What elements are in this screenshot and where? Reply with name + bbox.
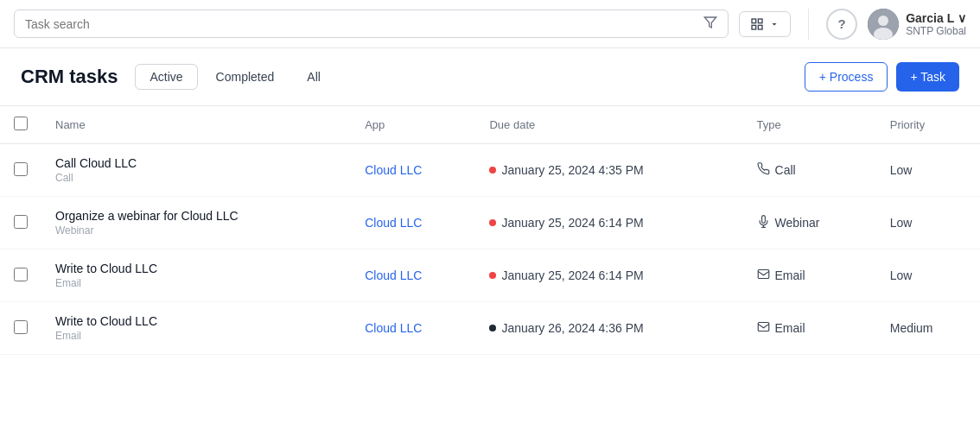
due-date: January 25, 2024 6:14 PM (489, 268, 729, 282)
table-header-row: Name App Due date Type Priority (0, 106, 980, 144)
due-date-text: January 25, 2024 4:35 PM (501, 163, 643, 177)
svg-rect-4 (759, 25, 763, 29)
type-cell: Call (757, 162, 862, 178)
row-checkbox-2[interactable] (14, 268, 28, 281)
user-name: Garcia L ∨ (906, 11, 966, 25)
col-app: App (351, 106, 475, 144)
due-date-text: January 25, 2024 6:14 PM (501, 216, 643, 230)
task-due-date-cell: January 26, 2024 4:36 PM (475, 302, 742, 355)
tasks-table: Name App Due date Type Priority Call Clo… (0, 106, 980, 355)
user-menu[interactable]: Garcia L ∨ SNTP Global (868, 9, 966, 40)
search-input[interactable] (25, 17, 697, 31)
mic-icon (757, 215, 770, 230)
due-date-text: January 26, 2024 4:36 PM (501, 321, 643, 335)
email-icon (757, 320, 770, 336)
page-header: CRM tasks Active Completed All + Process… (0, 48, 980, 106)
task-subtype: Email (55, 330, 337, 342)
row-checkbox-0[interactable] (14, 162, 28, 176)
app-link[interactable]: Cloud LLC (365, 216, 422, 230)
task-subtype: Email (55, 277, 337, 289)
task-due-date-cell: January 25, 2024 6:14 PM (475, 197, 742, 249)
svg-marker-0 (705, 17, 716, 28)
col-priority: Priority (876, 106, 980, 144)
page-title: CRM tasks (21, 66, 118, 88)
due-dot (489, 219, 496, 226)
tab-group: Active Completed All (135, 64, 334, 90)
action-buttons: + Process + Task (805, 62, 959, 92)
col-name: Name (41, 106, 351, 144)
due-date-text: January 25, 2024 6:14 PM (501, 268, 643, 282)
task-name-cell: Call Cloud LLC Call (41, 144, 351, 197)
chevron-down-icon: ∨ (958, 11, 966, 25)
user-company: SNTP Global (906, 25, 966, 37)
view-toggle-button[interactable] (739, 11, 791, 37)
row-checkbox-cell (0, 197, 41, 249)
type-label: Email (775, 268, 805, 282)
row-checkbox-cell (0, 144, 41, 197)
task-subtype: Call (55, 172, 337, 184)
search-wrapper (14, 9, 729, 38)
task-priority-cell: Medium (876, 302, 980, 355)
row-checkbox-cell (0, 249, 41, 302)
tab-all[interactable]: All (292, 64, 335, 90)
tab-active[interactable]: Active (135, 64, 197, 90)
phone-icon (757, 162, 770, 178)
task-type-cell: Webinar (743, 197, 876, 249)
app-link[interactable]: Cloud LLC (365, 321, 422, 335)
email-icon (757, 268, 770, 283)
task-priority-cell: Low (876, 197, 980, 249)
top-bar: ? Garcia L ∨ SNTP Global (0, 0, 980, 48)
col-type: Type (743, 106, 876, 144)
priority-value: Low (890, 163, 913, 177)
tab-completed[interactable]: Completed (201, 64, 290, 90)
task-app-cell: Cloud LLC (351, 197, 475, 249)
app-link[interactable]: Cloud LLC (365, 163, 422, 177)
priority-value: Medium (890, 321, 933, 335)
type-label: Call (775, 163, 796, 177)
task-type-cell: Email (743, 302, 876, 355)
table-row: Organize a webinar for Cloud LLC Webinar… (0, 197, 980, 249)
select-all-checkbox[interactable] (14, 117, 28, 130)
priority-value: Low (890, 268, 913, 282)
task-name: Write to Cloud LLC (55, 314, 337, 328)
due-date: January 26, 2024 4:36 PM (489, 321, 729, 335)
col-due-date: Due date (475, 106, 742, 144)
divider (808, 9, 809, 40)
avatar (868, 9, 899, 40)
svg-rect-2 (759, 19, 763, 23)
task-type-cell: Email (743, 249, 876, 302)
task-button[interactable]: + Task (896, 62, 959, 92)
svg-rect-11 (758, 323, 769, 332)
due-dot (489, 272, 496, 279)
task-priority-cell: Low (876, 249, 980, 302)
row-checkbox-1[interactable] (14, 215, 28, 229)
type-label: Email (775, 321, 805, 335)
process-button[interactable]: + Process (805, 62, 888, 92)
due-date: January 25, 2024 4:35 PM (489, 163, 729, 177)
help-button[interactable]: ? (826, 9, 857, 40)
task-app-cell: Cloud LLC (351, 249, 475, 302)
task-app-cell: Cloud LLC (351, 302, 475, 355)
table-row: Write to Cloud LLC Email Cloud LLC Janua… (0, 302, 980, 355)
task-app-cell: Cloud LLC (351, 144, 475, 197)
svg-rect-10 (758, 270, 769, 279)
task-name: Call Cloud LLC (55, 156, 337, 170)
svg-rect-1 (752, 19, 756, 23)
due-dot (489, 167, 496, 174)
app-link[interactable]: Cloud LLC (365, 268, 422, 282)
help-icon: ? (838, 16, 846, 31)
type-cell: Email (757, 320, 862, 336)
type-label: Webinar (775, 216, 820, 230)
svg-point-6 (878, 16, 888, 26)
task-name-cell: Write to Cloud LLC Email (41, 249, 351, 302)
table-row: Write to Cloud LLC Email Cloud LLC Janua… (0, 249, 980, 302)
task-subtype: Webinar (55, 224, 337, 237)
row-checkbox-3[interactable] (14, 320, 28, 334)
type-cell: Webinar (757, 215, 862, 230)
type-cell: Email (757, 268, 862, 283)
filter-icon[interactable] (703, 16, 717, 32)
task-type-cell: Call (743, 144, 876, 197)
task-name-cell: Organize a webinar for Cloud LLC Webinar (41, 197, 351, 249)
due-date: January 25, 2024 6:14 PM (489, 216, 729, 230)
priority-value: Low (890, 216, 913, 230)
